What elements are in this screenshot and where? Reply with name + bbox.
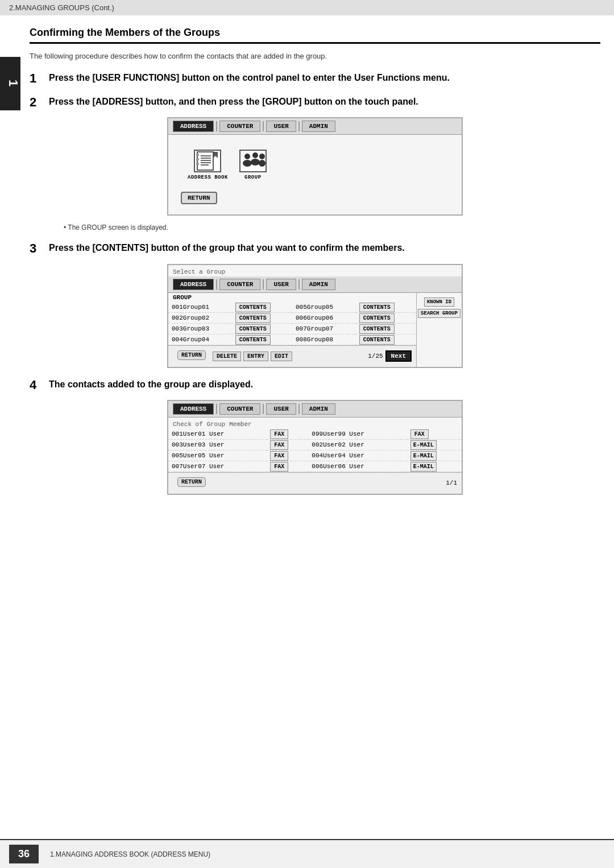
step-2-text: Press the [ADDRESS] button, and then pre… (49, 96, 418, 108)
step-1: 1 Press the [USER FUNCTIONS] button on t… (30, 72, 600, 85)
member-row: 007User07 User FAX 006User06 User E-MAIL (168, 461, 462, 472)
tab-counter-1[interactable]: COUNTER (219, 121, 260, 132)
panel-2: Select a Group ADDRESS COUNTER USER ADMI… (167, 264, 463, 368)
group-name-right: 005Group05 (292, 302, 356, 313)
tab-bar-2: ADDRESS COUNTER USER ADMIN (168, 276, 462, 293)
footer-page-number: 36 (9, 845, 39, 863)
contents-btn-right[interactable]: CONTENTS (359, 324, 395, 334)
member-name-right: 006User06 User (308, 461, 406, 472)
member-name-left: 005User05 User (168, 450, 267, 461)
page-footer: 36 1.MANAGING ADDRESS BOOK (ADDRESS MENU… (0, 839, 614, 868)
member-name-right: 099User99 User (308, 429, 406, 440)
step-2: 2 Press the [ADDRESS] button, and then p… (30, 96, 600, 232)
tab-admin-2[interactable]: ADMIN (302, 279, 335, 290)
svg-point-14 (259, 154, 265, 159)
address-book-icon[interactable] (194, 150, 221, 172)
table-row: 003Group03 CONTENTS 007Group07 CONTENTS (168, 323, 416, 334)
member-name-right: 002User02 User (308, 439, 406, 450)
type-btn-right[interactable]: E-MAIL (410, 440, 437, 450)
page-info-3: 1/1 (446, 480, 457, 486)
member-name-right: 004User04 User (308, 450, 406, 461)
tab-address-1[interactable]: ADDRESS (173, 121, 214, 132)
member-name-left: 007User07 User (168, 461, 267, 472)
member-row: 001User01 User FAX 099User99 User FAX (168, 429, 462, 440)
svg-point-12 (252, 152, 258, 158)
edit-button[interactable]: EDIT (271, 352, 292, 361)
next-button[interactable]: Next (385, 350, 412, 362)
group-name-right: 008Group08 (292, 334, 356, 345)
svg-rect-2 (196, 158, 199, 160)
select-group-label: Select a Group (168, 265, 462, 276)
svg-point-11 (243, 160, 252, 167)
footer-text: 1.MANAGING ADDRESS BOOK (ADDRESS MENU) (50, 850, 210, 858)
contents-btn-right[interactable]: CONTENTS (359, 335, 395, 345)
step-4: 4 The contacts added to the group are di… (30, 378, 600, 495)
step-3-text: Press the [CONTENTS] button of the group… (49, 242, 405, 254)
panel-1: ADDRESS COUNTER USER ADMIN (167, 117, 463, 216)
tab-bar-1: ADDRESS COUNTER USER ADMIN (168, 118, 462, 135)
known-id-button[interactable]: KNOWN ID (424, 297, 454, 307)
group-icon-box: GROUP (239, 150, 267, 180)
group-section-label: GROUP (168, 293, 416, 302)
tab-admin-1[interactable]: ADMIN (302, 121, 335, 132)
contents-btn-right[interactable]: CONTENTS (359, 303, 395, 312)
svg-point-10 (244, 154, 250, 159)
type-btn-right[interactable]: FAX (410, 429, 429, 439)
return-button-2[interactable]: RETURN (177, 350, 206, 360)
contents-btn-left[interactable]: CONTENTS (235, 313, 271, 323)
bottom-bar-3: RETURN 1/1 (168, 472, 462, 494)
member-name-left: 001User01 User (168, 429, 267, 440)
tab-user-1[interactable]: USER (266, 121, 296, 132)
fax-btn-left[interactable]: FAX (270, 429, 288, 439)
svg-point-13 (251, 159, 260, 166)
search-group-button[interactable]: SEARCH GROUP (418, 309, 460, 318)
intro-text: The following procedure describes how to… (30, 52, 600, 60)
contents-btn-left[interactable]: CONTENTS (235, 335, 271, 345)
top-bar-text: 2.MANAGING GROUPS (Cont.) (9, 3, 114, 12)
tab-user-3[interactable]: USER (266, 403, 296, 415)
tab-address-3[interactable]: ADDRESS (173, 403, 214, 415)
group-icon[interactable] (239, 150, 267, 172)
group-table: 001Group01 CONTENTS 005Group05 CONTENTS … (168, 302, 416, 345)
return-button-1[interactable]: RETURN (181, 192, 217, 204)
step-1-number: 1 (30, 72, 45, 85)
fax-btn-left[interactable]: FAX (270, 440, 288, 450)
member-name-left: 003User03 User (168, 439, 267, 450)
tab-counter-3[interactable]: COUNTER (219, 403, 260, 415)
contents-btn-right[interactable]: CONTENTS (359, 313, 395, 323)
svg-rect-1 (196, 154, 199, 156)
fax-btn-left[interactable]: FAX (270, 462, 288, 472)
svg-marker-9 (213, 152, 218, 158)
member-table: 001User01 User FAX 099User99 User FAX 00… (168, 429, 462, 472)
member-row: 003User03 User FAX 002User02 User E-MAIL (168, 439, 462, 450)
tab-counter-2[interactable]: COUNTER (219, 279, 260, 290)
step-4-text: The contacts added to the group are disp… (49, 378, 253, 391)
step-2-number: 2 (30, 96, 45, 109)
fax-btn-left[interactable]: FAX (270, 451, 288, 461)
step-1-text: Press the [USER FUNCTIONS] button on the… (49, 72, 450, 84)
top-bar: 2.MANAGING GROUPS (Cont.) (0, 0, 614, 15)
member-row: 005User05 User FAX 004User04 User E-MAIL (168, 450, 462, 461)
svg-rect-0 (197, 152, 213, 170)
type-btn-right[interactable]: E-MAIL (410, 451, 437, 461)
tab-address-2[interactable]: ADDRESS (173, 279, 214, 290)
contents-btn-left[interactable]: CONTENTS (235, 303, 271, 312)
type-btn-right[interactable]: E-MAIL (410, 462, 437, 472)
group-label: GROUP (244, 175, 262, 180)
address-book-icon-box: ADDRESS BOOK (188, 150, 228, 180)
return-button-3[interactable]: RETURN (177, 477, 206, 487)
step-4-number: 4 (30, 378, 45, 392)
main-content: Confirming the Members of the Groups The… (30, 15, 600, 495)
delete-button[interactable]: DELETE (213, 352, 241, 361)
entry-button[interactable]: ENTRY (243, 352, 268, 361)
check-label: Check of Group Member (168, 418, 462, 429)
tab-user-2[interactable]: USER (266, 279, 296, 290)
contents-btn-left[interactable]: CONTENTS (235, 324, 271, 334)
group-name-left: 003Group03 (168, 323, 232, 334)
bottom-bar-2: RETURN DELETE ENTRY EDIT 1/25 Next (168, 345, 416, 367)
table-row: 001Group01 CONTENTS 005Group05 CONTENTS (168, 302, 416, 313)
step-3: 3 Press the [CONTENTS] button of the gro… (30, 242, 600, 367)
tab-admin-3[interactable]: ADMIN (302, 403, 335, 415)
group-name-right: 006Group06 (292, 312, 356, 323)
svg-point-15 (259, 160, 265, 167)
